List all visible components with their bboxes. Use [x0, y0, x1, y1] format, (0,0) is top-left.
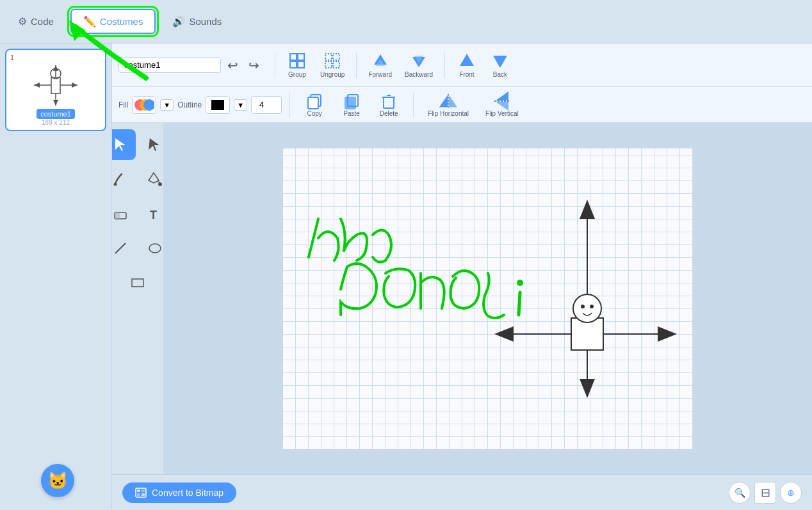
back-button[interactable]: Back: [485, 49, 516, 81]
svg-marker-8: [53, 65, 58, 71]
ungroup-button[interactable]: Ungroup: [315, 49, 350, 81]
costumes-tab-label: Costumes: [100, 16, 143, 27]
line-tool[interactable]: [112, 233, 136, 264]
delete-label: Delete: [380, 110, 398, 117]
paste-button[interactable]: Paste: [335, 92, 368, 118]
svg-point-50: [149, 244, 161, 253]
zoom-in-button[interactable]: ⊕: [780, 482, 802, 504]
brush-tool[interactable]: [112, 164, 136, 195]
toolbar-separator-2: [356, 52, 357, 78]
delete-button[interactable]: Delete: [372, 92, 405, 118]
paste-label: Paste: [343, 110, 360, 117]
svg-marker-57: [580, 379, 595, 398]
outline-width-input[interactable]: [251, 96, 282, 114]
flip-v-label: Flip Vertical: [485, 110, 519, 117]
convert-bitmap-button[interactable]: Convert to Bitmap: [122, 482, 236, 503]
zoom-out-button[interactable]: 🔍: [729, 482, 751, 504]
svg-rect-33: [384, 97, 394, 108]
tools-row-2: [112, 164, 170, 195]
zoom-controls: 🔍 ⊟ ⊕: [729, 482, 802, 504]
svg-marker-23: [460, 54, 474, 66]
svg-rect-17: [325, 61, 332, 68]
backward-button[interactable]: Backward: [400, 49, 438, 81]
svg-marker-42: [115, 138, 126, 151]
flip-horizontal-button[interactable]: Flip Horizontal: [421, 92, 475, 118]
svg-marker-43: [149, 138, 160, 151]
costume-name-tag: costume1: [37, 109, 75, 119]
svg-line-49: [115, 243, 126, 253]
toolbar-top: ↩ ↪ Group Ungroup: [112, 44, 812, 87]
delete-icon: [378, 93, 399, 109]
undo-button[interactable]: ↩: [223, 55, 242, 76]
copy-icon: [304, 93, 325, 109]
svg-marker-36: [439, 95, 448, 107]
outline-color-button[interactable]: [206, 96, 230, 114]
group-icon: [287, 52, 307, 70]
tools-row-4: [112, 233, 170, 264]
svg-rect-13: [290, 61, 296, 68]
code-tab-label: Code: [31, 16, 54, 27]
outline-section: Outline ▼: [177, 96, 282, 114]
svg-point-63: [573, 294, 601, 323]
flip-h-label: Flip Horizontal: [428, 110, 469, 117]
forward-button[interactable]: Forward: [363, 49, 397, 81]
group-label: Group: [288, 71, 306, 78]
svg-text:T: T: [150, 209, 157, 221]
sounds-tab-label: Sounds: [189, 16, 222, 27]
fill-color-dropdown[interactable]: ▼: [160, 99, 174, 111]
toolbar-bottom: Fill ▼ Outline ▼: [112, 87, 812, 123]
sounds-icon: 🔊: [172, 15, 185, 28]
paste-icon: [341, 93, 362, 109]
zoom-center-button[interactable]: ⊟: [754, 482, 776, 504]
group-button[interactable]: Group: [282, 49, 313, 81]
canvas-inner[interactable]: [283, 148, 693, 449]
front-label: Front: [459, 71, 474, 78]
tab-costumes[interactable]: ✏️ Costumes: [70, 9, 156, 34]
flip-vertical-button[interactable]: Flip Vertical: [479, 92, 525, 118]
ungroup-icon: [322, 52, 343, 70]
svg-marker-4: [34, 83, 40, 88]
svg-rect-70: [142, 493, 145, 496]
tab-sounds[interactable]: 🔊 Sounds: [161, 10, 233, 33]
svg-rect-30: [308, 97, 318, 109]
costume-svg: [33, 65, 78, 106]
toolbar-sep-fill: [289, 92, 290, 118]
costume-dims: 189 x 212: [42, 119, 70, 126]
redo-button[interactable]: ↪: [245, 55, 263, 76]
toolbar-sep-edit: [413, 92, 414, 118]
forward-icon: [370, 52, 391, 70]
svg-marker-24: [493, 56, 507, 68]
svg-rect-47: [115, 212, 120, 219]
flip-h-icon: [438, 93, 459, 109]
svg-rect-11: [290, 54, 296, 60]
front-button[interactable]: Front: [451, 49, 482, 81]
costume-preview: [27, 63, 85, 108]
svg-marker-6: [72, 83, 77, 88]
rect-tool[interactable]: [122, 267, 153, 298]
copy-button[interactable]: Copy: [298, 92, 331, 118]
tools-row-1: [112, 129, 170, 160]
svg-rect-15: [325, 54, 332, 60]
cat-avatar[interactable]: 🐱: [41, 464, 74, 497]
toolbar-separator-3: [444, 52, 445, 78]
tab-code[interactable]: ⚙ Code: [6, 10, 65, 33]
svg-rect-14: [298, 61, 304, 68]
costume-name-input[interactable]: [118, 57, 221, 73]
svg-rect-32: [345, 97, 355, 109]
canvas-background[interactable]: [163, 123, 812, 474]
svg-marker-39: [496, 92, 508, 100]
eraser-tool[interactable]: [112, 198, 136, 229]
svg-rect-68: [142, 490, 145, 492]
costume-item-1[interactable]: 1: [5, 49, 106, 131]
fill-color-button[interactable]: [132, 96, 156, 114]
select-tool[interactable]: [112, 129, 136, 160]
undo-redo-group: ↩ ↪: [223, 55, 263, 76]
costume-number: 1: [10, 54, 14, 61]
svg-marker-40: [496, 102, 508, 111]
toolbar-separator-1: [275, 52, 275, 78]
svg-rect-18: [333, 61, 339, 68]
outline-dropdown[interactable]: ▼: [234, 99, 247, 111]
svg-marker-37: [449, 95, 457, 107]
tools-panel: T: [112, 123, 163, 474]
main-layout: 1: [0, 44, 812, 510]
